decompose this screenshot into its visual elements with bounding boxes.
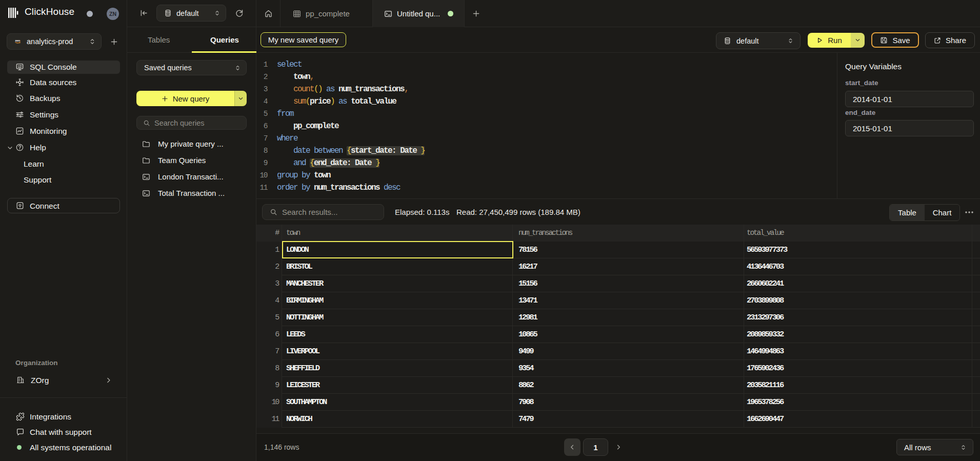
svg-text:aws: aws <box>15 38 20 42</box>
